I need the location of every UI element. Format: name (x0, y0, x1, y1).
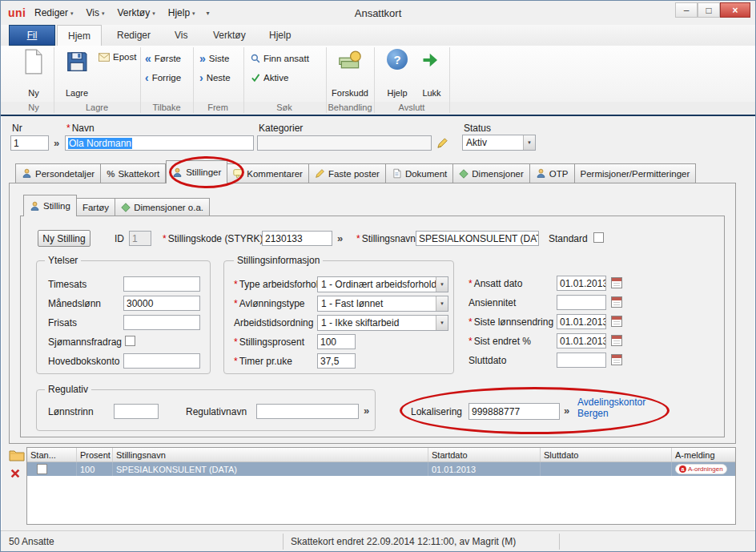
tab-fil[interactable]: Fil (9, 25, 55, 46)
timer-pr-uke-input[interactable]: 37,5 (317, 353, 356, 369)
tab-persondetaljer[interactable]: Persondetaljer (15, 163, 101, 183)
col-prosent[interactable]: Prosent (77, 448, 113, 461)
ny-stilling-button[interactable]: Ny Stilling (38, 230, 90, 247)
tab-faste-poster[interactable]: Faste poster (309, 163, 386, 183)
quick-access-chevron-icon[interactable]: ▾ (202, 10, 215, 17)
frisats-input[interactable] (123, 315, 200, 330)
maximize-button[interactable]: □ (698, 2, 720, 18)
regulativnavn-input[interactable] (256, 404, 359, 419)
sjomannsfradrag-label: Sjømannsfradrag (48, 336, 122, 348)
status-dropdown[interactable]: Aktiv ▼ (462, 135, 536, 151)
amelding-text: A-ordningen (688, 465, 723, 473)
ny-button[interactable]: Ny (15, 47, 52, 99)
menu-rediger[interactable]: Rediger▾ (28, 1, 80, 25)
tab-label: Stilling (43, 201, 70, 211)
epost-label: Epost (113, 52, 136, 62)
forste-button[interactable]: « Første (145, 50, 181, 66)
lonnstrinn-input[interactable] (114, 404, 159, 419)
tab-dimensjoner-oa[interactable]: Dimensjoner o.a. (115, 198, 210, 216)
regulativ-lookup-button[interactable]: » (364, 405, 369, 416)
calendar-icon[interactable] (611, 296, 622, 308)
ansiennitet-input[interactable] (557, 295, 606, 310)
menu-label: Vis (86, 7, 99, 18)
col-sluttdato[interactable]: Sluttdato (541, 448, 672, 461)
row-standard-checkbox[interactable] (37, 464, 47, 474)
navn-input[interactable]: Ola Nordmann (65, 135, 254, 151)
sjomannsfradrag-checkbox[interactable] (125, 336, 135, 346)
finn-ansatt-button[interactable]: Finn ansatt (251, 50, 309, 66)
ribbon-tab-hjem[interactable]: Hjem (57, 25, 102, 46)
kategorier-input[interactable] (257, 135, 432, 151)
dropdown-arrow-icon[interactable]: ▼ (436, 296, 448, 311)
tab-permisjoner[interactable]: Permisjoner/Permitteringer (575, 163, 697, 183)
dropdown-arrow-icon[interactable]: ▼ (523, 135, 535, 150)
lagre-button[interactable]: Lagre (58, 47, 95, 99)
calendar-icon[interactable] (611, 277, 622, 288)
lukk-button[interactable]: Lukk (416, 47, 448, 99)
stillingsprosent-input[interactable]: 100 (317, 334, 356, 349)
nr-input[interactable]: 1 (10, 135, 49, 151)
col-standard[interactable]: Stan... (27, 448, 77, 461)
lokalisering-link[interactable]: Avdelingskontor Bergen (577, 397, 667, 419)
close-button[interactable]: × (720, 2, 750, 18)
standard-checkbox[interactable] (593, 232, 604, 243)
grid-header: Stan... Prosent Stillingsnavn Startdato … (27, 448, 735, 462)
tab-stillinger[interactable]: Stillinger (166, 160, 227, 183)
calendar-icon[interactable] (611, 335, 622, 346)
tab-skattekort[interactable]: % Skattekort (101, 163, 166, 183)
arbeidstidsordning-dropdown[interactable]: 1 - Ikke skiftarbeid ▼ (317, 315, 448, 331)
tab-label: Dokument (405, 169, 447, 179)
sluttdato-input[interactable] (557, 353, 606, 368)
navn-label-text: Navn (72, 123, 94, 134)
lokalisering-lookup-button[interactable]: » (564, 405, 569, 416)
dropdown-value: 1 - Ikke skiftarbeid (318, 316, 436, 330)
aktive-button[interactable]: Aktive (251, 70, 288, 86)
tab-kommentarer[interactable]: Kommentarer (227, 163, 309, 183)
col-amelding[interactable]: A-melding (672, 448, 735, 461)
sist-endret-input[interactable]: 01.01.2013 (557, 333, 606, 349)
siste-button[interactable]: » Siste (199, 50, 229, 66)
tab-stilling[interactable]: Stilling (23, 195, 77, 216)
col-stillingsnavn[interactable]: Stillingsnavn (113, 448, 428, 461)
ribbon-tab-rediger[interactable]: Rediger (107, 25, 161, 46)
avlonningstype-dropdown[interactable]: 1 - Fast lønnet ▼ (317, 296, 448, 312)
open-folder-icon[interactable] (9, 449, 25, 461)
tab-dimensjoner[interactable]: Dimensjoner (453, 163, 530, 183)
finn-ansatt-label: Finn ansatt (263, 54, 309, 63)
dropdown-arrow-icon[interactable]: ▼ (436, 316, 448, 330)
menu-hjelp[interactable]: Hjelp▾ (162, 1, 202, 25)
hovedbokskonto-input[interactable] (123, 353, 200, 369)
calendar-icon[interactable] (611, 316, 622, 327)
menu-verktoy[interactable]: Verktøy▾ (111, 1, 162, 25)
grid-selected-row[interactable]: 100 SPESIALKONSULENT (DATA) 01.01.2013 a… (27, 462, 735, 476)
epost-button[interactable]: Epost (99, 49, 136, 65)
nr-lookup-button[interactable]: » (54, 138, 59, 148)
tab-dokument[interactable]: Dokument (386, 163, 453, 183)
timesats-input[interactable] (123, 276, 200, 292)
tab-fartoy[interactable]: Fartøy (77, 198, 115, 216)
neste-button[interactable]: › Neste (199, 70, 231, 86)
manedslonn-input[interactable]: 30000 (123, 296, 200, 311)
col-startdato[interactable]: Startdato (428, 448, 541, 461)
type-arbeidsforhold-dropdown[interactable]: 1 - Ordinært arbeidsforhold ▼ (317, 276, 448, 292)
hjelp-button[interactable]: ? Hjelp (380, 47, 414, 99)
dropdown-arrow-icon[interactable]: ▼ (436, 277, 448, 292)
ribbon-tab-hjelp[interactable]: Hjelp (259, 25, 301, 46)
save-icon (65, 49, 89, 75)
stillingskode-lookup-button[interactable]: » (337, 233, 343, 244)
calendar-icon[interactable] (611, 354, 622, 365)
stillingsnavn-input[interactable]: SPESIALKONSULENT (DATA (416, 231, 539, 246)
siste-lonnsendring-input[interactable]: 01.01.2013 (557, 314, 606, 329)
menu-vis[interactable]: Vis▾ (80, 1, 111, 25)
ribbon-tab-vis[interactable]: Vis (164, 25, 198, 46)
forrige-button[interactable]: ‹ Forrige (145, 70, 181, 86)
ribbon-tab-verktoy[interactable]: Verktøy (203, 25, 256, 46)
ansatt-dato-input[interactable]: 01.01.2013 (557, 276, 606, 291)
minimize-button[interactable]: – (675, 2, 698, 18)
stillingskode-input[interactable]: 2130133 (262, 231, 332, 246)
tab-otp[interactable]: OTP (530, 163, 575, 183)
pencil-icon[interactable] (436, 137, 448, 149)
lokalisering-input[interactable]: 999888777 (468, 403, 560, 420)
forskudd-button[interactable]: Forskudd (329, 47, 371, 99)
delete-row-icon[interactable] (10, 468, 21, 479)
